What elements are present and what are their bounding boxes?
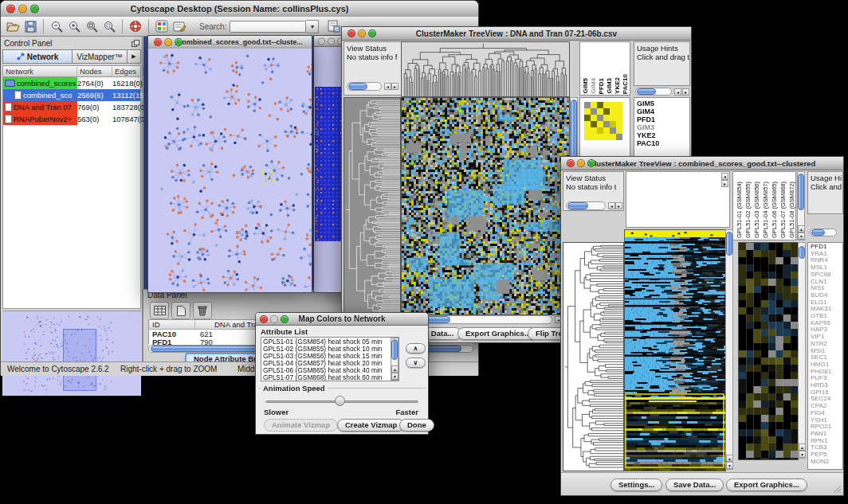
tv2-zoom-heatmap-canvas[interactable] <box>738 242 799 460</box>
delete-attribute-trash-icon[interactable] <box>193 302 212 319</box>
scroll-right-icon[interactable]: ▸ <box>682 88 689 96</box>
close-icon[interactable] <box>318 37 325 45</box>
scroll-up-icon[interactable]: ▴ <box>799 443 806 451</box>
minimize-icon[interactable] <box>18 5 27 14</box>
close-icon[interactable] <box>6 5 15 14</box>
tv2-heatmap-canvas[interactable] <box>624 229 726 471</box>
done-button[interactable]: Done <box>399 419 434 432</box>
vizmapper-palette-icon[interactable] <box>153 18 171 34</box>
scroll-up-icon[interactable]: ▴ <box>391 365 398 373</box>
zoom-fit-icon[interactable] <box>83 18 100 34</box>
attribute-item[interactable]: GPL51-07 (GSM868) heat shock 60 min <box>263 374 397 381</box>
tv2-detail-vscrollbar[interactable]: ▴ ▾ <box>798 242 806 459</box>
minimize-icon[interactable] <box>577 159 585 167</box>
scroll-right-icon[interactable]: ▸ <box>391 83 398 90</box>
tv2-top-dendrogram-pane[interactable] <box>626 171 730 228</box>
tv2-export-graphics-button[interactable]: Export Graphics... <box>726 479 807 491</box>
scroll-up-icon[interactable]: ▴ <box>798 225 805 232</box>
move-down-button[interactable]: ∨ <box>406 357 426 368</box>
move-up-button[interactable]: ∧ <box>406 343 426 354</box>
scroll-left-icon[interactable]: ◂ <box>721 173 728 180</box>
tv2-row-dendrogram[interactable] <box>563 242 624 471</box>
close-icon[interactable] <box>260 315 268 323</box>
annotation-icon[interactable] <box>171 18 188 34</box>
create-vizmap-button[interactable]: Create Vizmap <box>337 419 405 432</box>
tv2-heatmap-vscrollbar[interactable]: ▴ ▾ <box>725 229 733 470</box>
network-graph-canvas[interactable] <box>148 49 312 292</box>
tv2-column-labels-pane[interactable]: GPL51-01 (GSM854)GPL51-02 (GSM855)GPL51-… <box>732 171 796 240</box>
tv2-save-data-button[interactable]: Save Data... <box>665 479 724 491</box>
slider-thumb[interactable] <box>335 396 345 406</box>
tv1-column-labels-pane[interactable]: GIM5GIM4PFD1GIM3YKE2PAC10 <box>579 41 630 96</box>
network-table-row[interactable]: combined_scores 2764(0) 16218(0) <box>3 77 140 89</box>
scroll-down-icon[interactable]: ▾ <box>799 451 806 458</box>
treeview1-titlebar[interactable]: ClusterMaker TreeView : DNA and Tran 07-… <box>342 27 691 41</box>
scrollbar-thumb[interactable] <box>799 246 805 259</box>
attribute-table-icon[interactable] <box>150 302 169 319</box>
tv1-hints-hscrollbar[interactable] <box>635 88 672 96</box>
tv2-hints-hscrollbar[interactable] <box>810 229 837 236</box>
scroll-down-icon[interactable]: ▾ <box>726 462 733 469</box>
treeview2-titlebar[interactable]: ClusterMaker TreeView : combined_scores_… <box>561 157 843 170</box>
network-overview-thumbnail[interactable] <box>2 311 141 396</box>
tab-vizmapper[interactable]: VizMapper™ <box>73 49 128 64</box>
scrollbar-thumb[interactable] <box>391 339 398 360</box>
tv1-status-hscrollbar[interactable] <box>347 82 382 91</box>
scroll-down-icon[interactable]: ▾ <box>391 373 398 380</box>
scroll-up-icon[interactable]: ▴ <box>726 455 733 462</box>
zoom-window-icon[interactable] <box>281 315 289 323</box>
tab-network[interactable]: Network <box>2 49 73 64</box>
scroll-left-icon[interactable]: ◂ <box>608 202 615 209</box>
resize-grip-icon[interactable] <box>832 484 842 494</box>
zoom-window-icon[interactable] <box>175 38 183 46</box>
minimize-icon[interactable] <box>270 315 278 323</box>
tab-more-button[interactable]: ▶ <box>128 49 141 64</box>
tv1-heatmap-canvas[interactable] <box>401 97 570 315</box>
scrollbar-thumb[interactable] <box>726 232 732 256</box>
zoom-selected-icon[interactable] <box>100 18 118 34</box>
close-icon[interactable] <box>347 29 355 37</box>
zoom-in-icon[interactable] <box>65 18 83 34</box>
float-panel-icon[interactable] <box>132 40 139 47</box>
open-file-icon[interactable] <box>4 18 22 34</box>
tv1-gene-list-pane[interactable]: GIM5GIM4PFD1GIM3YKE2PAC10 <box>634 97 690 161</box>
tv1-row-dendrogram[interactable] <box>344 97 401 315</box>
attribute-list-vscrollbar[interactable]: ▴ ▾ <box>391 338 398 381</box>
tv2-status-hscrollbar[interactable] <box>566 201 606 210</box>
search-dropdown-button[interactable]: ▼ <box>306 20 319 33</box>
scrollbar-thumb[interactable] <box>571 100 577 158</box>
network-view-titlebar[interactable]: combined_scores_good.txt--cluste... <box>148 36 312 49</box>
main-titlebar[interactable]: Cytoscape Desktop (Session Name: collins… <box>1 1 478 18</box>
scroll-down-icon[interactable]: ▾ <box>798 232 805 240</box>
zoom-window-icon[interactable] <box>368 29 376 37</box>
tv2-settings-button[interactable]: Settings... <box>610 479 662 491</box>
minimize-icon[interactable] <box>328 37 335 45</box>
network-table-row[interactable]: RNAPuberNov2+ 563(0) 107847(0) <box>3 113 140 125</box>
close-icon[interactable] <box>567 159 575 167</box>
tv1-cluster-matrix-pane[interactable] <box>579 97 630 161</box>
close-icon[interactable] <box>154 38 162 46</box>
zoom-window-icon[interactable] <box>587 159 595 167</box>
scroll-right-icon[interactable]: ▸ <box>615 202 622 209</box>
dialog-titlebar[interactable]: Map Colors to Network <box>256 313 428 326</box>
scroll-left-icon[interactable]: ◂ <box>674 88 681 96</box>
network-table-row[interactable]: combined_sco 2569(6) 13112(15) <box>3 89 140 101</box>
zoom-window-icon[interactable] <box>30 5 39 14</box>
scroll-right-icon[interactable]: ▸ <box>721 180 728 187</box>
minimize-icon[interactable] <box>164 38 172 46</box>
help-lifesaver-icon[interactable] <box>127 18 144 34</box>
search-input[interactable] <box>230 21 306 33</box>
tv1-column-dendrogram[interactable] <box>401 41 570 97</box>
scroll-left-icon[interactable]: ◂ <box>384 83 391 90</box>
save-session-icon[interactable] <box>22 18 39 34</box>
tv2-gene-list-pane[interactable]: PFD1YRA1RNR4MSL1SPC98CLN1NIS1BUD4ELG1MAK… <box>807 242 843 470</box>
attribute-listbox[interactable]: GPL51-01 (GSM854) heat shock 05 minGPL51… <box>261 337 399 381</box>
animate-vizmap-button[interactable]: Animate Vizmap <box>264 419 338 432</box>
tv2-labels-vscrollbar[interactable]: ▴ ▾ <box>797 171 805 240</box>
network-table-row[interactable]: DNA and Tran 07 769(0) 183728(0) <box>3 101 140 113</box>
minimize-icon[interactable] <box>358 29 366 37</box>
new-attribute-icon[interactable] <box>171 302 190 319</box>
scrollbar-thumb[interactable] <box>798 174 804 210</box>
network-table-header[interactable]: NetworkNodesEdges <box>3 66 140 77</box>
tv1-export-graphics-button[interactable]: Export Graphics... <box>457 327 539 340</box>
